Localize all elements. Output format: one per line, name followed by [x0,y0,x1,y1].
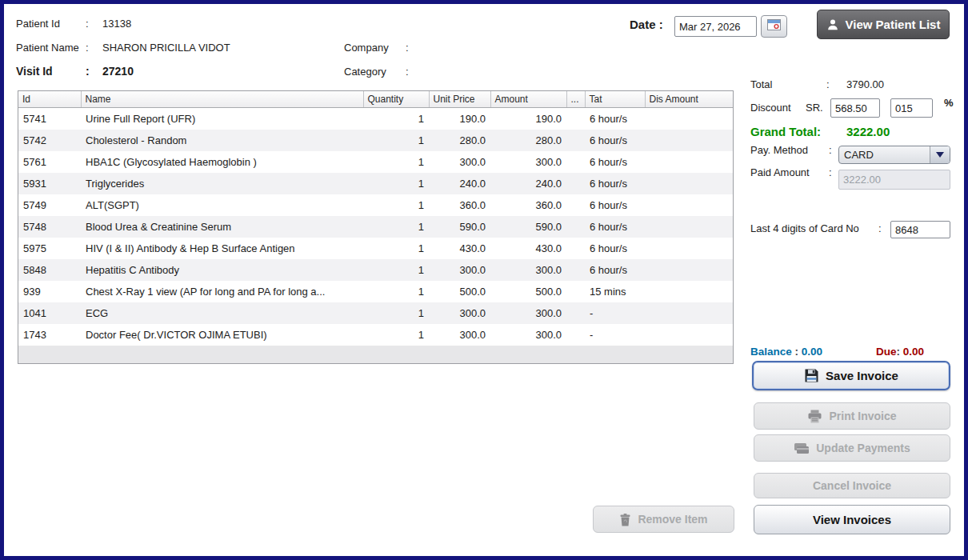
colon: : [878,222,882,234]
discount-percent-input[interactable] [890,98,933,118]
cell-dis_amount [645,194,734,216]
column-header-unit_price[interactable]: Unit Price [429,91,490,108]
cell-name: ALT(SGPT) [81,194,363,216]
table-header-row: IdNameQuantityUnit PriceAmount...TatDis … [18,91,734,108]
patient-name-value: SHARON PRICILLA VIDOT [102,42,230,54]
cell-id: 939 [18,281,81,302]
table-row[interactable]: 5742Cholesterol - Random1280.0280.06 hou… [18,130,734,151]
column-header-name[interactable]: Name [81,91,363,108]
print-invoice-button[interactable]: Print Invoice [754,402,950,430]
cell-unit_price: 280.0 [429,130,490,151]
table-row[interactable]: 5749ALT(SGPT)1360.0360.06 hour/s [18,194,734,216]
cell-unit_price: 500.0 [429,281,490,302]
patient-name-label: Patient Name [16,42,79,54]
card-last4-input[interactable] [890,221,950,238]
table-row[interactable]: 5761HBA1C (Glycosylated Haemoglobin )130… [18,151,734,173]
cell-dis_amount [645,130,734,151]
table-row[interactable]: 5931Triglycerides1240.0240.06 hour/s [18,173,734,194]
cell-unit_price: 300.0 [429,324,490,346]
cell-tat: 6 hour/s [585,238,645,259]
cell-unit_price: 190.0 [429,108,490,130]
colon: : [829,144,832,156]
view-patient-list-button[interactable]: View Patient List [817,10,950,39]
update-payments-label: Update Payments [816,442,910,454]
cell-dots [566,173,585,194]
patient-id-value: 13138 [102,18,131,30]
table-row[interactable]: 1041ECG1300.0300.0- [18,302,734,324]
column-header-id[interactable]: Id [18,91,81,108]
cell-tat: 6 hour/s [585,194,645,216]
pay-method-label: Pay. Method [750,144,808,156]
view-invoices-button[interactable]: View Invoices [754,505,950,534]
category-label: Category [344,66,386,78]
cell-amount: 300.0 [490,302,566,324]
cell-quantity: 1 [363,302,429,324]
remove-item-label: Remove Item [638,513,707,526]
column-header-dots[interactable]: ... [566,91,585,108]
table-row[interactable]: 5848Hepatitis C Antibody1300.0300.06 hou… [18,259,734,281]
cell-amount: 590.0 [490,216,566,238]
cell-dis_amount [645,259,734,281]
table-row[interactable]: 939Chest X-Ray 1 view (AP for long and P… [18,281,734,302]
cell-tat: 6 hour/s [585,173,645,194]
percent-sign: % [944,97,954,109]
cell-id: 5741 [18,108,81,130]
colon: : [86,42,89,54]
update-payments-button[interactable]: Update Payments [754,434,950,462]
table-row[interactable]: 5748Blood Urea & Creatinine Serum1590.05… [18,216,734,238]
table-row[interactable]: 5741Urine Full Report (UFR)1190.0190.06 … [18,108,734,130]
column-header-quantity[interactable]: Quantity [363,91,429,108]
cell-name: ECG [81,302,363,324]
cell-dis_amount [645,216,734,238]
cell-tat: 15 mins [585,281,645,302]
pay-method-select[interactable]: CARD [838,146,950,164]
cell-amount: 500.0 [490,281,566,302]
cell-name: Doctor Fee( Dr.VICTOR OJIMA ETUBI) [81,324,363,346]
date-label: Date : [630,18,663,31]
cell-dots [566,151,585,173]
cell-amount: 430.0 [490,238,566,259]
cell-id: 5748 [18,216,81,238]
invoice-table[interactable]: IdNameQuantityUnit PriceAmount...TatDis … [18,90,734,364]
cell-amount: 190.0 [490,108,566,130]
remove-item-button[interactable]: Remove Item [593,506,734,533]
cell-dis_amount [645,173,734,194]
cell-id: 1041 [18,302,81,324]
cell-quantity: 1 [363,324,429,346]
calendar-icon [767,19,781,34]
cell-quantity: 1 [363,130,429,151]
column-header-dis_amount[interactable]: Dis Amount [645,91,734,108]
column-header-amount[interactable]: Amount [490,91,566,108]
paid-amount-label: Paid Amount [750,166,810,178]
colon: : [86,18,89,30]
cell-amount: 240.0 [490,173,566,194]
cell-unit_price: 300.0 [429,259,490,281]
due-value: 0.00 [903,346,924,358]
discount-amount-input[interactable] [830,98,880,118]
invoice-table-body: 5741Urine Full Report (UFR)1190.0190.06 … [18,108,734,346]
discount-label: Discount [750,102,791,114]
colon: : [826,78,830,90]
cell-unit_price: 300.0 [429,151,490,173]
cell-dots [566,194,585,216]
save-invoice-button[interactable]: Save Invoice [752,361,950,390]
due-label: Due: 0.00 [876,346,924,358]
cancel-invoice-button[interactable]: Cancel Invoice [754,473,950,498]
colon: : [86,65,90,78]
column-header-tat[interactable]: Tat [585,91,645,108]
cell-tat: 6 hour/s [585,259,645,281]
calendar-button[interactable] [761,15,787,38]
cell-name: HIV (I & II) Antibody & Hep B Surface An… [81,238,363,259]
total-label: Total [750,78,772,90]
cell-id: 5749 [18,194,81,216]
cell-id: 5931 [18,173,81,194]
cell-dis_amount [645,108,734,130]
chevron-down-icon[interactable] [930,146,950,163]
total-value: 3790.00 [846,78,884,90]
cell-dots [566,238,585,259]
table-row[interactable]: 1743Doctor Fee( Dr.VICTOR OJIMA ETUBI)13… [18,324,734,346]
table-row[interactable]: 5975HIV (I & II) Antibody & Hep B Surfac… [18,238,734,259]
pay-method-value: CARD [839,146,930,163]
date-input[interactable] [674,16,757,37]
cell-dots [566,130,585,151]
